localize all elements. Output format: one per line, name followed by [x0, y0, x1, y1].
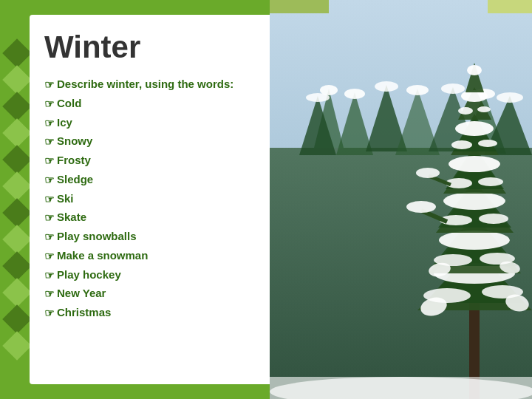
item-text: Skate — [57, 208, 86, 227]
item-icon: ☞ — [44, 191, 54, 209]
winter-photo-area — [270, 0, 532, 399]
item-text: New Year — [57, 284, 106, 303]
svg-point-11 — [306, 93, 330, 102]
svg-point-49 — [467, 65, 482, 75]
svg-rect-61 — [488, 0, 532, 13]
item-text: Cold — [57, 95, 81, 113]
svg-point-36 — [449, 156, 500, 172]
diamond-6 — [2, 171, 32, 201]
list-item: ☞ Icy — [44, 114, 266, 133]
slide-title: Winter — [44, 30, 266, 65]
item-text: Snowy — [57, 132, 92, 151]
winter-scene-svg — [270, 0, 532, 399]
item-icon: ☞ — [44, 285, 54, 304]
list-item: ☞ Frosty — [44, 151, 266, 171]
svg-point-17 — [497, 92, 523, 103]
list-item: ☞ New Year — [44, 284, 266, 304]
svg-point-42 — [451, 140, 472, 149]
svg-point-26 — [439, 231, 510, 250]
bullet-list: ☞ Describe winter, using the words: ☞ Co… — [44, 75, 266, 323]
diamond-10 — [2, 278, 32, 307]
list-item: ☞ Snowy — [44, 132, 266, 151]
svg-point-13 — [375, 81, 398, 92]
svg-point-55 — [406, 201, 436, 213]
diamond-7 — [2, 198, 32, 228]
svg-point-47 — [477, 106, 491, 112]
diamond-1 — [2, 38, 32, 68]
item-icon: ☞ — [44, 133, 54, 151]
item-text: Make a snowman — [57, 247, 148, 265]
left-decorations — [0, 0, 33, 399]
intro-item: ☞ Describe winter, using the words: — [44, 75, 266, 95]
svg-point-33 — [479, 214, 508, 224]
diamond-2 — [2, 65, 32, 95]
list-item: ☞ Ski — [44, 190, 266, 209]
item-text: Play hockey — [57, 266, 121, 284]
list-item: ☞ Christmas — [44, 304, 266, 323]
item-text: Sledge — [57, 171, 93, 189]
diamond-9 — [2, 251, 32, 281]
item-text: Ski — [57, 190, 74, 208]
svg-point-43 — [478, 140, 497, 147]
svg-point-41 — [455, 121, 494, 136]
intro-text: Describe winter, using the words: — [57, 75, 233, 94]
svg-point-31 — [443, 192, 505, 210]
svg-point-46 — [458, 107, 473, 115]
item-icon: ☞ — [44, 171, 54, 190]
item-icon: ☞ — [44, 152, 54, 171]
intro-icon: ☞ — [44, 76, 54, 95]
list-item: ☞ Play snowballs — [44, 228, 266, 247]
item-text: Frosty — [57, 151, 91, 170]
svg-point-38 — [478, 177, 503, 186]
svg-point-57 — [416, 168, 440, 178]
svg-point-15 — [441, 83, 465, 94]
slide-container: Winter ☞ Describe winter, using the word… — [0, 0, 532, 399]
item-icon: ☞ — [44, 95, 54, 114]
diamond-11 — [2, 304, 32, 334]
svg-point-12 — [344, 89, 365, 99]
diamond-5 — [2, 145, 32, 174]
svg-point-14 — [406, 85, 429, 95]
item-text: Christmas — [57, 304, 111, 322]
content-panel: Winter ☞ Describe winter, using the word… — [30, 15, 281, 384]
item-icon: ☞ — [44, 115, 54, 133]
item-text: Play snowballs — [57, 228, 137, 246]
item-icon: ☞ — [44, 267, 54, 285]
item-icon: ☞ — [44, 304, 54, 323]
diamond-12 — [2, 331, 32, 361]
list-item: ☞ Cold — [44, 95, 266, 114]
item-icon: ☞ — [44, 209, 54, 228]
list-item: ☞ Play hockey — [44, 266, 266, 285]
list-item: ☞ Sledge — [44, 171, 266, 190]
diamond-3 — [2, 92, 32, 121]
item-text: Icy — [57, 114, 72, 132]
diamond-4 — [2, 118, 32, 148]
svg-rect-60 — [270, 0, 329, 13]
diamond-8 — [2, 225, 32, 254]
list-item: ☞ Make a snowman — [44, 247, 266, 266]
svg-rect-59 — [270, 377, 532, 399]
list-item: ☞ Skate — [44, 208, 266, 228]
item-icon: ☞ — [44, 228, 54, 247]
item-icon: ☞ — [44, 248, 54, 266]
